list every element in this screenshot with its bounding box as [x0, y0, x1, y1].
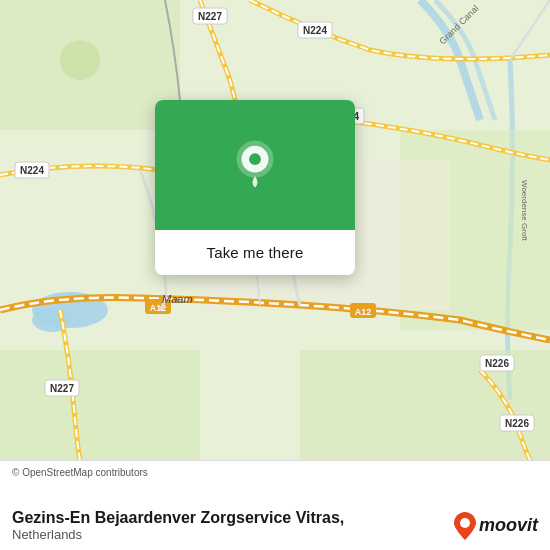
location-pin-icon	[229, 139, 281, 191]
svg-point-7	[60, 40, 100, 80]
take-me-there-button[interactable]: Take me there	[155, 230, 355, 275]
place-text: Gezins-En Bejaardenver Zorgservice Vitra…	[12, 509, 344, 542]
svg-text:N227: N227	[198, 11, 222, 22]
svg-point-32	[249, 153, 261, 165]
attribution-text: © OpenStreetMap contributors	[12, 467, 538, 478]
bottom-bar: © OpenStreetMap contributors Gezins-En B…	[0, 460, 550, 550]
map-area: N227 N224 N224 N224 A12 A12	[0, 0, 550, 460]
place-info: Gezins-En Bejaardenver Zorgservice Vitra…	[12, 509, 538, 542]
svg-text:Maam: Maam	[162, 293, 193, 305]
svg-point-33	[460, 518, 470, 528]
moovit-pin-icon	[454, 512, 476, 540]
svg-text:Woerdense Groft: Woerdense Groft	[520, 180, 529, 242]
svg-rect-4	[0, 350, 200, 460]
place-country: Netherlands	[12, 527, 344, 542]
svg-point-2	[32, 308, 72, 332]
svg-text:N227: N227	[50, 383, 74, 394]
svg-text:N224: N224	[20, 165, 44, 176]
moovit-brand-text: moovit	[479, 515, 538, 536]
svg-text:N224: N224	[303, 25, 327, 36]
popup-header	[155, 100, 355, 230]
svg-text:N226: N226	[505, 418, 529, 429]
svg-text:N226: N226	[485, 358, 509, 369]
location-popup: Take me there	[155, 100, 355, 275]
svg-text:A12: A12	[355, 307, 372, 317]
moovit-logo: moovit	[454, 512, 538, 540]
place-name: Gezins-En Bejaardenver Zorgservice Vitra…	[12, 509, 344, 527]
app-container: N227 N224 N224 N224 A12 A12	[0, 0, 550, 550]
